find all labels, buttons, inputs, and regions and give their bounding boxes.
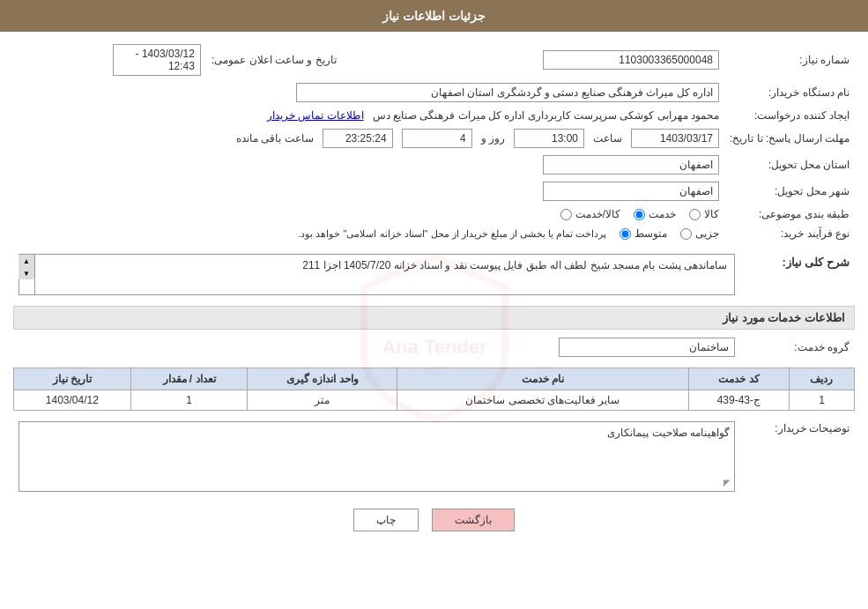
radio-motevaset[interactable]: متوسط xyxy=(619,227,667,240)
ijad-label: ایجاد کننده درخواست: xyxy=(724,106,855,125)
cell-kod: ج-43-439 xyxy=(688,390,789,411)
توضیحات-value: گواهینامه صلاحیت پیمانکاری xyxy=(24,427,730,439)
sharh-label: شرح کلی نیاز: xyxy=(782,256,849,269)
ettelaat-tamas-link[interactable]: اطلاعات تماس خریدار xyxy=(267,109,364,122)
col-tarikh: تاریخ نیاز xyxy=(14,368,131,390)
nam-dastgah-label: نام دستگاه خریدار: xyxy=(724,79,855,106)
cell-nam: سایر فعالیت‌های تخصصی ساختمان xyxy=(397,390,689,411)
nam-dastgah-value: اداره کل میراث فرهنگی صنایع دستی و گردشگ… xyxy=(296,83,719,102)
scroll-up-btn[interactable]: ▲ xyxy=(19,255,34,267)
sharh-value: ساماندهی پشت بام مسجد شیخ لطف اله طبق فا… xyxy=(35,255,734,294)
col-kod: کد خدمت xyxy=(688,368,789,390)
ostan-value: اصفهان xyxy=(543,155,719,175)
roz-label: روز و xyxy=(481,132,505,145)
saeat-value: 13:00 xyxy=(514,129,584,148)
back-button[interactable]: بازگشت xyxy=(432,509,515,531)
shomara-niaz-label: شماره نیاز: xyxy=(724,41,855,79)
mande-label: ساعت باقی مانده xyxy=(236,132,314,145)
shahr-value: اصفهان xyxy=(543,182,719,201)
grohe-value: ساختمان xyxy=(559,338,735,357)
tabaqe-label: طبقه بندی موضوعی: xyxy=(724,204,855,224)
cell-vahed: متر xyxy=(248,390,397,411)
توضیحات-box: گواهینامه صلاحیت پیمانکاری ◤ xyxy=(19,421,735,492)
radio-kala-khedmat[interactable]: کالا/خدمت xyxy=(560,208,620,220)
taarikh-sabt-label: تاریخ و ساعت اعلان عمومی: xyxy=(206,41,342,79)
page-title: جزئیات اطلاعات نیاز xyxy=(0,0,868,32)
col-nam: نام خدمت xyxy=(397,368,689,390)
radio-kala[interactable]: کالا xyxy=(689,208,719,220)
sharh-scrollbar[interactable]: ▲ ▼ xyxy=(19,255,35,294)
radio-jozi[interactable]: جزیی xyxy=(680,227,719,240)
ijad-value: محمود مهرابی کوشکی سرپرست کاربرداری ادار… xyxy=(373,109,719,122)
mohlat-label: مهلت ارسال پاسخ: تا تاریخ: xyxy=(724,125,855,152)
farayand-note: پرداخت تمام یا بخشی از مبلغ خریدار از مح… xyxy=(298,228,606,240)
table-row: 1ج-43-439سایر فعالیت‌های تخصصی ساختمانمت… xyxy=(14,390,855,411)
sharh-container: ساماندهی پشت بام مسجد شیخ لطف اله طبق فا… xyxy=(19,254,735,295)
col-vahed: واحد اندازه گیری xyxy=(248,368,397,390)
ostan-label: استان محل تحویل: xyxy=(724,152,855,178)
col-tedad: تعداد / مقدار xyxy=(130,368,248,390)
mande-value: 23:25:24 xyxy=(323,129,393,148)
cell-tarikh: 1403/04/12 xyxy=(14,390,131,411)
roz-value: 4 xyxy=(402,129,472,148)
khadamat-section-title: اطلاعات خدمات مورد نیاز xyxy=(13,306,855,330)
buttons-row: بازگشت چاپ xyxy=(13,509,855,531)
cell-radif: 1 xyxy=(789,390,854,411)
shahr-label: شهر محل تحویل: xyxy=(724,178,855,204)
radio-khedmat[interactable]: خدمت xyxy=(634,208,676,220)
scroll-down-btn[interactable]: ▼ xyxy=(19,267,34,279)
grohe-label: گروه خدمت: xyxy=(740,334,855,360)
mohlat-date-value: 1403/03/17 xyxy=(631,129,719,148)
cell-tedad: 1 xyxy=(130,390,248,411)
saeat-label: ساعت xyxy=(593,132,622,145)
no-farayand-label: نوع فرآیند خرید: xyxy=(724,224,855,243)
col-radif: ردیف xyxy=(789,368,854,390)
print-button[interactable]: چاپ xyxy=(353,509,419,531)
توضیحات-label: توضیحات خریدار: xyxy=(740,418,855,495)
resize-handle[interactable]: ◤ xyxy=(723,478,731,487)
taarikh-sabt-value: 1403/03/12 - 12:43 xyxy=(113,44,201,76)
shomara-niaz-value: 1103003365000048 xyxy=(543,50,719,70)
